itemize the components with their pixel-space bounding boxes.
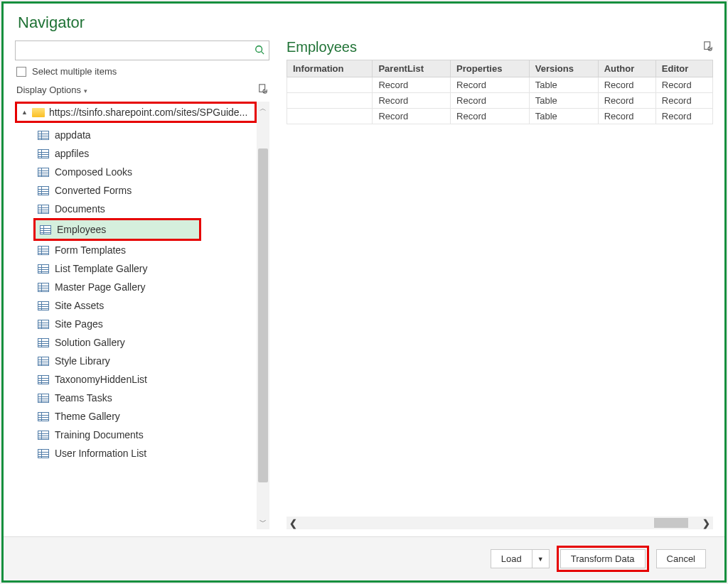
tree-item-label: Theme Gallery [55,411,120,422]
selected-item-highlight: Employees [33,218,201,241]
table-cell: Record [655,93,712,109]
hscroll-thumb[interactable] [654,518,688,528]
horizontal-scrollbar[interactable]: ❮ ❯ [287,517,713,529]
scroll-up-icon[interactable]: ︿ [259,102,267,116]
table-icon [38,186,49,195]
table-cell: Table [529,109,598,124]
table-icon [38,320,49,329]
table-icon [38,301,49,310]
tree-item-solution-gallery[interactable]: Solution Gallery [33,333,257,352]
tree-item-label: Site Assets [55,300,104,311]
table-cell: Record [373,93,451,109]
tree-item-label: appfiles [55,148,89,159]
table-icon [38,357,49,366]
refresh-icon[interactable] [258,84,268,96]
load-button[interactable]: Load [491,549,532,568]
table-row[interactable]: RecordRecordTableRecordRecord [287,109,713,124]
tree-item-form-templates[interactable]: Form Templates [33,241,257,259]
tree-item-list-template-gallery[interactable]: List Template Gallery [33,259,257,278]
tree-item-appdata[interactable]: appdata [33,126,257,144]
tree-item-employees[interactable]: Employees [36,220,199,239]
tree-item-label: Employees [57,224,106,235]
table-icon [38,149,49,158]
table-icon [38,338,49,347]
table-icon [38,394,49,403]
scroll-right-icon[interactable]: ❯ [702,518,710,529]
table-row[interactable]: RecordRecordTableRecordRecord [287,93,713,109]
search-icon [255,45,264,57]
preview-pane: Employees InformationParentListPropertie… [287,35,713,529]
scroll-left-icon[interactable]: ❮ [289,518,297,529]
select-multiple-checkbox[interactable]: Select multiple items [15,60,269,82]
svg-rect-3 [705,42,710,50]
caret-icon: ▲ [21,109,28,116]
hscroll-track[interactable] [303,518,697,528]
table-cell [287,77,373,93]
window-title: Navigator [4,4,724,35]
load-dropdown-button[interactable]: ▼ [532,549,550,568]
transform-data-button[interactable]: Transform Data [560,549,646,568]
table-icon [38,431,49,440]
column-header[interactable]: Versions [529,60,598,77]
tree-root-highlight: ▲ https://tsinfo.sharepoint.com/sites/SP… [15,102,257,123]
tree-item-label: Documents [55,203,105,215]
transform-highlight: Transform Data [557,546,649,572]
scroll-down-icon[interactable]: ﹀ [259,515,267,529]
tree-item-theme-gallery[interactable]: Theme Gallery [33,407,257,426]
tree-item-converted-forms[interactable]: Converted Forms [33,181,257,200]
tree-item-label: Training Documents [55,429,144,440]
table-cell: Record [598,77,655,93]
tree-item-label: List Template Gallery [55,263,147,274]
table-icon [38,412,49,421]
table-row[interactable]: RecordRecordTableRecordRecord [287,77,713,93]
load-split-button[interactable]: Load ▼ [491,549,550,568]
table-cell: Record [598,93,655,109]
scroll-thumb[interactable] [258,148,268,482]
tree-item-label: Site Pages [55,318,103,330]
tree-item-label: Teams Tasks [55,392,112,404]
column-header[interactable]: Information [287,60,373,77]
table-cell: Record [655,77,712,93]
tree-root[interactable]: ▲ https://tsinfo.sharepoint.com/sites/SP… [17,104,255,121]
tree-item-label: Form Templates [55,244,126,256]
tree-item-site-assets[interactable]: Site Assets [33,296,257,315]
column-header[interactable]: Author [598,60,655,77]
select-multiple-label: Select multiple items [32,66,117,77]
left-pane: Select multiple items Display Options ▾ … [15,35,269,529]
tree-item-site-pages[interactable]: Site Pages [33,315,257,333]
tree-item-teams-tasks[interactable]: Teams Tasks [33,389,257,407]
nav-tree: ▲ https://tsinfo.sharepoint.com/sites/SP… [15,102,257,529]
table-cell: Table [529,93,598,109]
column-header[interactable]: ParentList [373,60,451,77]
svg-line-1 [262,51,264,54]
tree-item-training-documents[interactable]: Training Documents [33,426,257,444]
table-body: RecordRecordTableRecordRecordRecordRecor… [287,77,713,124]
tree-item-master-page-gallery[interactable]: Master Page Gallery [33,278,257,296]
tree-item-label: User Information List [55,448,146,459]
tree-item-style-library[interactable]: Style Library [33,352,257,370]
table-icon [38,131,49,140]
tree-items: appdataappfilesComposed LooksConverted F… [15,126,257,463]
tree-item-label: Master Page Gallery [55,281,146,293]
column-header[interactable]: Properties [451,60,530,77]
cancel-button[interactable]: Cancel [656,549,706,568]
content-area: Select multiple items Display Options ▾ … [4,35,724,536]
tree-item-taxonomyhiddenlist[interactable]: TaxonomyHiddenList [33,370,257,389]
tree-item-label: Composed Looks [55,166,132,178]
tree-item-label: appdata [55,129,91,141]
table-cell: Record [655,109,712,124]
search-box[interactable] [15,40,269,60]
table-cell [287,109,373,124]
navigator-window: Navigator Select multiple items Display … [1,1,727,583]
column-header[interactable]: Editor [655,60,712,77]
tree-item-appfiles[interactable]: appfiles [33,144,257,163]
tree-item-user-information-list[interactable]: User Information List [33,444,257,463]
vertical-scrollbar[interactable]: ︿ ﹀ [257,102,269,529]
display-options[interactable]: Display Options ▾ [15,82,269,102]
search-input[interactable] [20,45,255,56]
svg-rect-2 [259,85,265,92]
tree-item-documents[interactable]: Documents [33,200,257,218]
table-cell: Record [451,77,530,93]
tree-item-composed-looks[interactable]: Composed Looks [33,163,257,181]
preview-refresh-icon[interactable] [703,41,713,53]
